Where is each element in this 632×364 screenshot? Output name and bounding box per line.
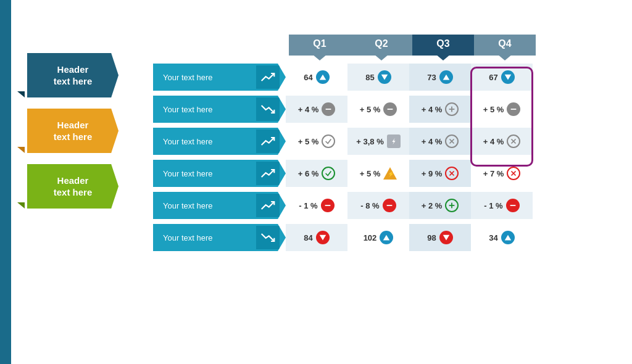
cell-value-r2-c1: + 3,8 % bbox=[356, 137, 383, 146]
cell-r1-c1: + 5 % bbox=[347, 96, 409, 123]
cell-r1-c3: + 5 % bbox=[471, 96, 533, 123]
row-cells-2: + 5 % + 3,8 % + 4 % + 4 % bbox=[286, 128, 613, 155]
legend-item-1: Headertext here bbox=[23, 109, 135, 153]
svg-rect-5 bbox=[388, 109, 393, 110]
cell-r5-c2: 98 bbox=[409, 224, 471, 251]
legend-item-0: Headertext here bbox=[23, 53, 135, 97]
legend-section: Headertext here Headertext here Headerte… bbox=[23, 53, 135, 209]
cell-r5-c3: 34 bbox=[471, 224, 533, 251]
row-icon-1 bbox=[256, 97, 280, 121]
cell-value-r2-c2: + 4 % bbox=[422, 137, 443, 146]
svg-marker-3 bbox=[504, 75, 511, 80]
table-row-2: Your text here + 5 % + 3,8 % + 4 % + 4 % bbox=[153, 126, 613, 157]
quarter-header-q1: Q1 bbox=[289, 35, 351, 56]
cell-value-r0-c2: 73 bbox=[427, 73, 436, 82]
cell-r0-c0: 64 bbox=[286, 64, 347, 91]
quarter-header-q4: Q4 bbox=[474, 35, 536, 56]
row-cells-1: + 4 % + 5 % + 4 % + 5 % bbox=[286, 96, 613, 123]
svg-marker-24 bbox=[383, 235, 390, 241]
table-row-4: Your text here - 1 % - 8 % + 2 % - 1 % bbox=[153, 190, 613, 221]
cell-r4-c2: + 2 % bbox=[409, 192, 471, 219]
row-icon-3 bbox=[256, 162, 280, 185]
cell-value-r1-c3: + 5 % bbox=[483, 105, 504, 114]
cell-value-r5-c0: 84 bbox=[304, 233, 312, 242]
row-cells-3: + 6 % + 5 % ⚡ + 9 % + 7 % bbox=[286, 160, 613, 187]
cell-value-r5-c3: 34 bbox=[489, 233, 497, 242]
row-icon-2 bbox=[256, 130, 280, 153]
svg-marker-9 bbox=[392, 138, 395, 145]
table-row-5: Your text here 84 102 98 34 bbox=[153, 222, 613, 253]
row-label-1: Your text here bbox=[153, 96, 286, 123]
cell-r0-c3: 67 bbox=[471, 64, 533, 91]
svg-rect-18 bbox=[325, 205, 330, 206]
quarter-header-q2: Q2 bbox=[351, 35, 412, 56]
legend-item-2: Headertext here bbox=[23, 164, 135, 209]
row-label-2: Your text here bbox=[153, 128, 286, 155]
row-label-4: Your text here bbox=[153, 192, 286, 219]
cell-r3-c2: + 9 % bbox=[409, 160, 471, 187]
table-row-0: Your text here 64 85 73 67 bbox=[153, 62, 613, 93]
cell-value-r3-c3: + 7 % bbox=[483, 169, 504, 178]
cell-r2-c2: + 4 % bbox=[409, 128, 471, 155]
cell-value-r1-c0: + 4 % bbox=[298, 105, 319, 114]
row-icon-5 bbox=[256, 226, 280, 249]
row-cells-5: 84 102 98 34 bbox=[286, 224, 613, 251]
row-label-5: Your text here bbox=[153, 224, 286, 251]
row-icon-0 bbox=[256, 65, 280, 89]
svg-rect-7 bbox=[449, 109, 455, 110]
table-row-1: Your text here + 4 % + 5 % + 4 % + 5 % bbox=[153, 94, 613, 125]
cell-r4-c1: - 8 % bbox=[347, 192, 409, 219]
row-cells-0: 64 85 73 67 bbox=[286, 64, 613, 91]
svg-rect-19 bbox=[386, 205, 392, 206]
cell-value-r2-c0: + 5 % bbox=[298, 137, 319, 146]
cell-value-r5-c2: 98 bbox=[427, 233, 436, 242]
cell-value-r3-c1: + 5 % bbox=[360, 169, 381, 178]
cell-value-r2-c3: + 4 % bbox=[483, 137, 504, 146]
table-section: Q1Q2Q3Q4 Your text here 64 85 73 bbox=[153, 35, 613, 253]
svg-rect-21 bbox=[449, 205, 455, 206]
cell-r5-c1: 102 bbox=[347, 224, 409, 251]
cell-value-r0-c0: 64 bbox=[304, 73, 312, 82]
main-area: Headertext here Headertext here Headerte… bbox=[23, 35, 613, 253]
table-row-3: Your text here + 6 % + 5 % ⚡ + 9 % + 7 % bbox=[153, 158, 613, 189]
left-accent bbox=[0, 0, 11, 364]
cell-r0-c1: 85 bbox=[347, 64, 409, 91]
table-rows: Your text here 64 85 73 67 bbox=[153, 62, 613, 253]
cell-r5-c0: 84 bbox=[286, 224, 347, 251]
ribbon-bookmark-0: Headertext here bbox=[27, 53, 118, 97]
slide-content: Headertext here Headertext here Headerte… bbox=[14, 0, 632, 364]
svg-rect-8 bbox=[511, 109, 517, 110]
cell-value-r3-c0: + 6 % bbox=[298, 169, 319, 178]
cell-value-r3-c2: + 9 % bbox=[422, 169, 443, 178]
svg-marker-26 bbox=[504, 235, 511, 241]
cell-value-r0-c1: 85 bbox=[365, 73, 374, 82]
row-cells-4: - 1 % - 8 % + 2 % - 1 % bbox=[286, 192, 613, 219]
cell-r3-c3: + 7 % bbox=[471, 160, 533, 187]
cell-value-r5-c1: 102 bbox=[364, 233, 377, 242]
cell-r3-c1: + 5 % ⚡ bbox=[347, 160, 409, 187]
ribbon-bookmark-1: Headertext here bbox=[27, 109, 118, 153]
svg-rect-4 bbox=[326, 109, 331, 110]
cell-r2-c1: + 3,8 % bbox=[347, 128, 409, 155]
row-icon-4 bbox=[256, 194, 280, 217]
svg-marker-2 bbox=[443, 75, 449, 80]
svg-marker-25 bbox=[443, 235, 449, 241]
cell-value-r4-c2: + 2 % bbox=[422, 201, 443, 210]
cell-r1-c2: + 4 % bbox=[409, 96, 471, 123]
cell-value-r4-c1: - 8 % bbox=[360, 201, 379, 210]
svg-rect-22 bbox=[510, 205, 515, 206]
cell-value-r0-c3: 67 bbox=[489, 73, 497, 82]
cell-r1-c0: + 4 % bbox=[286, 96, 347, 123]
cell-value-r1-c1: + 5 % bbox=[360, 105, 381, 114]
quarter-headers: Q1Q2Q3Q4 bbox=[289, 35, 613, 56]
svg-marker-1 bbox=[381, 75, 388, 80]
slide: Headertext here Headertext here Headerte… bbox=[0, 0, 632, 364]
quarter-header-q3: Q3 bbox=[412, 35, 474, 56]
cell-value-r4-c0: - 1 % bbox=[299, 201, 317, 210]
row-label-3: Your text here bbox=[153, 160, 286, 187]
cell-r4-c3: - 1 % bbox=[471, 192, 533, 219]
cell-r3-c0: + 6 % bbox=[286, 160, 347, 187]
cell-r2-c3: + 4 % bbox=[471, 128, 533, 155]
cell-value-r4-c3: - 1 % bbox=[484, 201, 502, 210]
cell-r0-c2: 73 bbox=[409, 64, 471, 91]
